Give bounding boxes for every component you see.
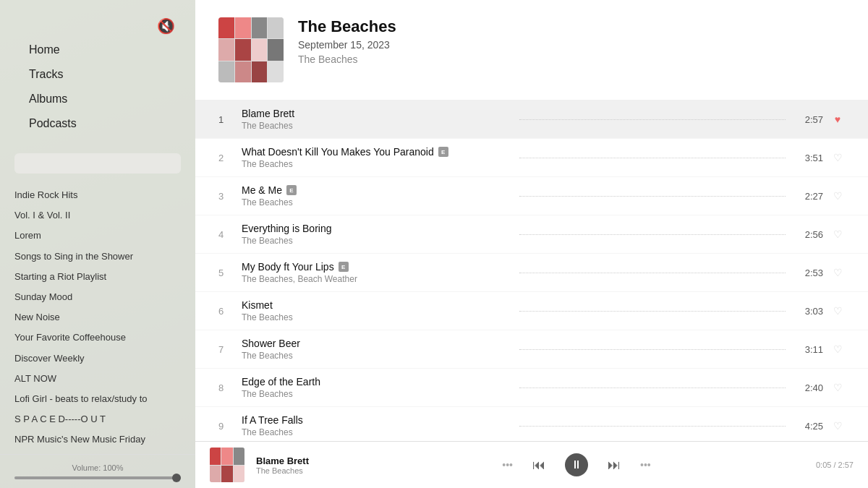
nav-item-tracks[interactable]: Tracks [29,62,166,87]
track-artist: The Beaches [242,389,508,399]
album-artist: The Beaches [298,53,396,65]
track-number: 2 [218,153,236,163]
track-heart-icon[interactable]: ♡ [830,150,845,165]
nav-item-albums[interactable]: Albums [29,87,166,111]
pause-button[interactable]: ⏸ [565,453,588,476]
track-duration: 3:11 [797,344,823,355]
mute-icon[interactable]: 🔇 [157,17,175,35]
track-info: Everything is BoringThe Beaches [236,223,508,246]
track-heart-icon[interactable]: ♡ [830,380,845,395]
track-number: 5 [218,267,236,278]
track-duration: 4:25 [797,421,823,432]
playlist-item[interactable]: Indie Rock Hits [14,185,181,205]
track-artist: The Beaches [242,236,508,246]
search-input[interactable]: the beaches [14,153,181,174]
track-row[interactable]: 6KismetThe Beaches3:03♡ [195,292,868,330]
track-number: 1 [218,114,236,125]
track-heart-icon[interactable]: ♡ [830,342,845,356]
playlist-item[interactable]: S P A C E D-----O U T [14,409,181,429]
np-options-icon[interactable]: ••• [502,459,513,471]
track-info: Me & MeEThe Beaches [236,184,508,207]
track-dotted-line [519,426,786,427]
track-heart-icon[interactable]: ♡ [830,265,845,280]
track-artist: The Beaches, Beach Weather [242,274,508,284]
playlist-item[interactable]: Lorem [14,226,181,246]
playlist-item[interactable]: New Noise [14,307,181,328]
playlist-list: Indie Rock HitsVol. I & Vol. IILoremSong… [0,185,195,454]
track-duration: 2:53 [797,267,823,278]
track-row[interactable]: 2What Doesn't Kill You Makes You Paranoi… [195,139,868,177]
np-title: Blame Brett [256,455,357,466]
track-row[interactable]: 1Blame BrettThe Beaches2:57♥ [195,100,868,139]
track-title: If A Tree Falls [242,414,508,426]
track-dotted-line [519,119,786,120]
album-date: September 15, 2023 [298,39,396,51]
track-row[interactable]: 8Edge of the EarthThe Beaches2:40♡ [195,369,868,407]
volume-section: Volume: 100% [0,454,195,488]
prev-button[interactable]: ⏮ [527,453,550,476]
track-number: 8 [218,382,236,393]
track-duration: 2:56 [797,229,823,240]
track-row[interactable]: 7Shower BeerThe Beaches3:11♡ [195,330,868,369]
track-info: If A Tree FallsThe Beaches [236,414,508,437]
album-art [218,17,284,82]
track-duration: 2:27 [797,191,823,202]
np-artist: The Beaches [256,466,357,475]
track-number: 7 [218,344,236,355]
track-row[interactable]: 5My Body ft Your LipsEThe Beaches, Beach… [195,254,868,292]
explicit-badge: E [339,262,349,272]
track-title: Everything is Boring [242,223,508,234]
volume-slider[interactable] [14,476,181,479]
track-title: Edge of the Earth [242,376,508,388]
explicit-badge: E [438,147,448,157]
track-list: 1Blame BrettThe Beaches2:57♥2What Doesn'… [195,100,868,441]
playlist-item[interactable]: Your Favorite Coffeehouse [14,328,181,348]
track-number: 4 [218,229,236,240]
next-button[interactable]: ⏭ [603,453,626,476]
playlist-item[interactable]: Lofi Girl - beats to relax/study to [14,389,181,409]
volume-label: Volume: 100% [14,463,181,472]
track-artist: The Beaches [242,197,508,207]
track-duration: 2:57 [797,114,823,125]
track-heart-icon[interactable]: ♡ [830,227,845,241]
track-info: KismetThe Beaches [236,299,508,322]
track-title: What Doesn't Kill You Makes You Paranoid… [242,146,508,158]
track-heart-icon[interactable]: ♡ [830,419,845,433]
playlist-item[interactable]: NPR Music's New Music Friday [14,429,181,450]
track-info: Shower BeerThe Beaches [236,338,508,361]
track-number: 6 [218,306,236,317]
track-title: Shower Beer [242,338,508,349]
track-title: My Body ft Your LipsE [242,261,508,273]
track-dotted-line [519,388,786,388]
track-artist: The Beaches [242,312,508,322]
sidebar: 🔇 HomeTracksAlbumsPodcasts the beaches I… [0,0,195,488]
explicit-badge: E [286,185,297,195]
track-dotted-line [519,311,786,312]
track-heart-icon[interactable]: ♡ [830,304,845,318]
track-duration: 2:40 [797,382,823,393]
np-dots-icon[interactable]: ••• [640,459,651,471]
track-duration: 3:03 [797,306,823,317]
playlist-item[interactable]: ALT NOW [14,369,181,389]
playlist-item[interactable]: Vol. I & Vol. II [14,205,181,226]
nav-item-podcasts[interactable]: Podcasts [29,111,166,136]
track-number: 3 [218,191,236,202]
main-content: The Beaches September 15, 2023 The Beach… [195,0,868,488]
playlist-item[interactable]: Discover Weekly [14,348,181,369]
track-info: My Body ft Your LipsEThe Beaches, Beach … [236,261,508,284]
playlist-item[interactable]: Songs to Sing in the Shower [14,247,181,267]
track-row[interactable]: 4Everything is BoringThe Beaches2:56♡ [195,215,868,254]
playlist-item[interactable]: Starting a Riot Playlist [14,267,181,287]
track-heart-icon[interactable]: ♥ [830,112,845,127]
track-duration: 3:51 [797,153,823,163]
track-artist: The Beaches [242,427,508,437]
track-row[interactable]: 9If A Tree FallsThe Beaches4:25♡ [195,407,868,441]
np-time: 0:05 / 2:57 [796,461,854,469]
track-info: Edge of the EarthThe Beaches [236,376,508,399]
track-title: Kismet [242,299,508,311]
track-title: Blame Brett [242,108,508,119]
nav-item-home[interactable]: Home [29,38,166,62]
track-heart-icon[interactable]: ♡ [830,189,845,203]
track-row[interactable]: 3Me & MeEThe Beaches2:27♡ [195,177,868,215]
playlist-item[interactable]: Sunday Mood [14,287,181,307]
